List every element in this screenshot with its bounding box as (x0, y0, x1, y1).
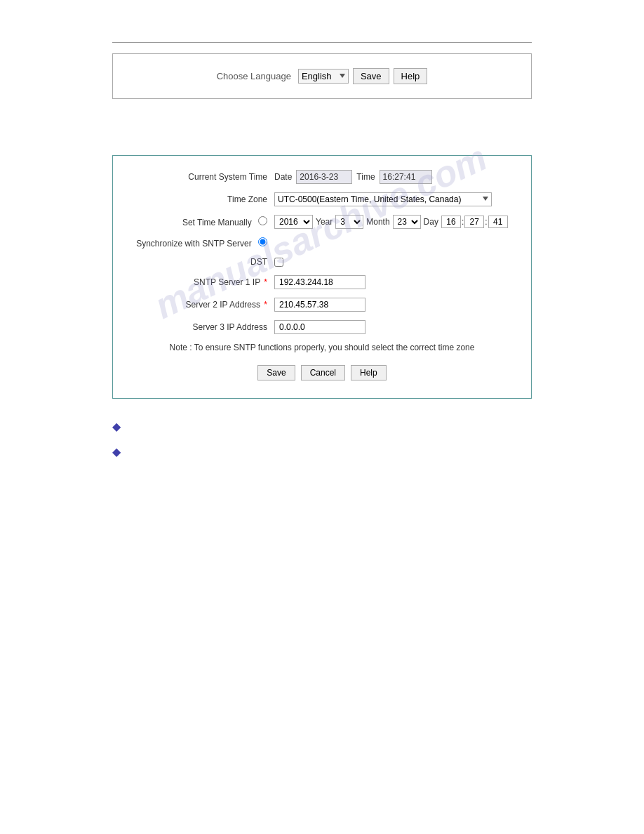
sntp-sync-row: Synchronize with SNTP Server (134, 237, 510, 249)
top-divider (112, 42, 532, 43)
year-label: Year (316, 217, 333, 227)
bullet-diamond-1: ◆ (112, 421, 121, 432)
manual-time-block: : : (441, 216, 508, 228)
sntp2-input[interactable] (274, 298, 365, 312)
dst-row: DST (134, 257, 510, 267)
set-time-manually-radio[interactable] (258, 216, 267, 225)
sntp3-row: Server 3 IP Address (134, 320, 510, 334)
sntp2-row: Server 2 IP Address * (134, 298, 510, 312)
cancel-button[interactable]: Cancel (301, 365, 345, 380)
current-system-time-row: Current System Time Date Time (134, 170, 510, 184)
time-input[interactable] (380, 170, 432, 184)
action-buttons: Save Cancel Help (134, 365, 510, 380)
date-input[interactable] (296, 170, 352, 184)
sntp3-label: Server 3 IP Address (134, 322, 267, 332)
note-text: Note : To ensure SNTP functions properly… (134, 343, 510, 352)
settings-box: Current System Time Date Time Time Zone … (112, 155, 532, 399)
sntp1-row: SNTP Server 1 IP * (134, 275, 510, 289)
language-save-button[interactable]: Save (353, 68, 389, 84)
manual-time-inputs: 2016 2017 2018 Year 3 1245 6789 101112 M… (274, 215, 508, 229)
sntp1-input[interactable] (274, 275, 365, 289)
second-input[interactable] (488, 216, 508, 228)
language-box: Choose Language English Chinese French G… (112, 53, 532, 99)
bullets-section: ◆ ◆ (112, 420, 644, 458)
timezone-label: Time Zone (134, 194, 267, 204)
sntp-sync-label: Synchronize with SNTP Server (134, 237, 267, 249)
day-select[interactable]: 23 123 (393, 215, 421, 229)
sntp1-label: SNTP Server 1 IP * (134, 277, 267, 287)
timezone-select[interactable]: UTC-0500(Eastern Time, United States, Ca… (274, 192, 492, 206)
time-label: Time (356, 172, 375, 182)
language-help-button[interactable]: Help (394, 68, 428, 84)
bullet-item-1: ◆ (112, 420, 644, 432)
time-display: Date Time (274, 170, 432, 184)
language-label: Choose Language (217, 71, 291, 81)
sntp-sync-radio[interactable] (258, 237, 267, 246)
language-select[interactable]: English Chinese French German Spanish (298, 69, 349, 84)
bullet-item-2: ◆ (112, 445, 644, 458)
month-label: Month (366, 217, 389, 227)
bullet-diamond-2: ◆ (112, 446, 121, 458)
save-button[interactable]: Save (257, 365, 295, 380)
date-label: Date (274, 172, 292, 182)
timezone-row: Time Zone UTC-0500(Eastern Time, United … (134, 192, 510, 206)
set-time-manually-row: Set Time Manually 2016 2017 2018 Year 3 … (134, 215, 510, 229)
sntp3-input[interactable] (274, 320, 365, 334)
help-button[interactable]: Help (351, 365, 387, 380)
sntp2-label: Server 2 IP Address * (134, 300, 267, 310)
current-system-time-label: Current System Time (134, 172, 267, 182)
month-select[interactable]: 3 1245 6789 101112 (335, 215, 363, 229)
day-label: Day (424, 217, 438, 227)
set-time-manually-label: Set Time Manually (134, 216, 267, 227)
year-select[interactable]: 2016 2017 2018 (274, 215, 313, 229)
dst-label: DST (134, 257, 267, 267)
minute-input[interactable] (464, 216, 484, 228)
dst-checkbox[interactable] (274, 258, 283, 267)
hour-input[interactable] (441, 216, 461, 228)
